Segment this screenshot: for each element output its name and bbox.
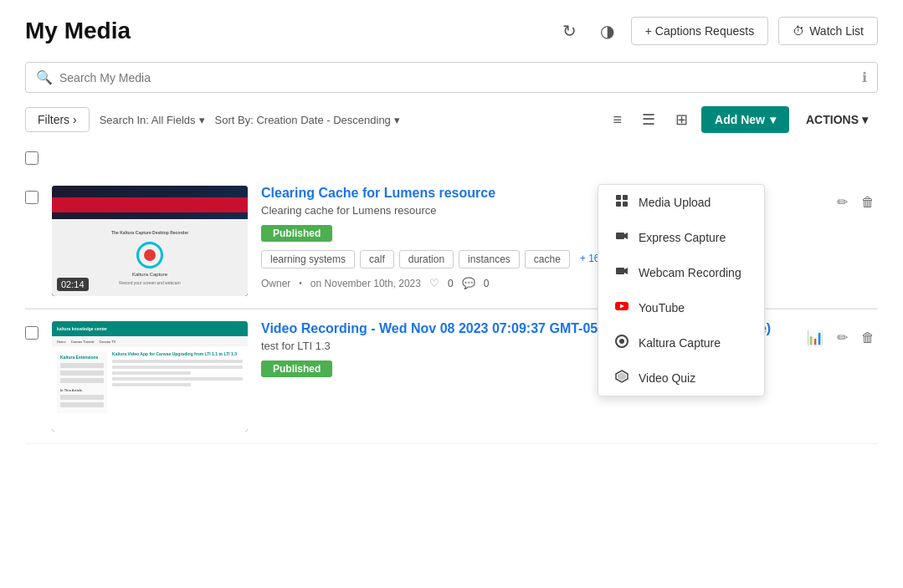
- item1-edit-button[interactable]: ✏: [834, 191, 851, 213]
- webcam-recording-icon: [613, 264, 630, 281]
- item1-comments: 0: [484, 278, 490, 289]
- item1-likes: 0: [448, 278, 454, 289]
- search-bar: 🔍 ℹ: [25, 62, 878, 93]
- item2-thumbnail[interactable]: kaltura knowledge center Home Canvas Tut…: [52, 321, 248, 432]
- item1-thumbnail[interactable]: The Kaltura Capture Desktop Recorder Kal…: [52, 186, 248, 296]
- view-grid-icon: ⊞: [675, 111, 688, 128]
- video-quiz-label: Video Quiz: [639, 371, 695, 385]
- actions-arrow: ▾: [862, 113, 868, 126]
- media-upload-label: Media Upload: [639, 196, 711, 209]
- captions-requests-button[interactable]: + Captions Requests: [631, 17, 768, 45]
- filters-button[interactable]: Filters ›: [25, 107, 90, 132]
- item1-date: on November 10th, 2023: [310, 278, 421, 289]
- svg-rect-4: [616, 233, 624, 239]
- search-icon: 🔍: [36, 69, 53, 85]
- page-title: My Media: [25, 18, 131, 44]
- dropdown-item-media-upload[interactable]: Media Upload: [598, 185, 764, 220]
- item2-edit-button[interactable]: ✏: [834, 326, 851, 349]
- search-in-select[interactable]: Search In: All Fields ▾: [100, 114, 205, 126]
- info-icon[interactable]: ℹ: [862, 69, 867, 85]
- svg-point-11: [619, 339, 624, 344]
- express-capture-label: Express Capture: [639, 231, 726, 244]
- webcam-recording-label: Webcam Recording: [639, 266, 741, 279]
- svg-rect-1: [623, 195, 628, 200]
- filters-arrow: ›: [73, 113, 77, 126]
- tag-cache[interactable]: cache: [525, 250, 570, 268]
- view-list-button[interactable]: ☰: [635, 107, 662, 132]
- item2-checkbox[interactable]: [25, 326, 38, 340]
- toolbar-left: Filters › Search In: All Fields ▾ Sort B…: [25, 107, 400, 132]
- like-icon: ♡: [429, 277, 439, 289]
- svg-marker-5: [624, 233, 628, 239]
- media-upload-icon: [613, 194, 630, 211]
- actions-button[interactable]: ACTIONS ▾: [796, 106, 878, 133]
- actions-label: ACTIONS: [806, 113, 859, 126]
- add-new-arrow: ▾: [770, 113, 776, 126]
- svg-rect-3: [623, 202, 628, 207]
- item1-status: Published: [261, 225, 332, 242]
- express-capture-icon: [613, 229, 630, 246]
- dropdown-item-kaltura-capture[interactable]: Kaltura Capture: [598, 325, 764, 360]
- add-new-dropdown: Media Upload Express Capture Webcam Reco…: [598, 184, 765, 396]
- item2-status: Published: [261, 360, 332, 377]
- item1-owner: Owner: [261, 278, 290, 289]
- item1-checkbox[interactable]: [25, 191, 38, 204]
- watchlist-label: Watch List: [809, 24, 864, 38]
- view-compact-icon: ≡: [613, 111, 623, 128]
- page-wrapper: My Media ↻ ◑ + Captions Requests ⏱ Watch…: [0, 0, 903, 588]
- item1-actions: ✏ 🗑: [834, 191, 878, 213]
- select-all-checkbox[interactable]: [25, 151, 38, 165]
- view-compact-button[interactable]: ≡: [607, 108, 629, 132]
- svg-rect-2: [616, 202, 621, 207]
- refresh-icon: ↻: [562, 22, 577, 40]
- tag-duration[interactable]: duration: [399, 250, 454, 268]
- view-list-icon: ☰: [642, 111, 655, 128]
- filters-label: Filters: [38, 113, 69, 126]
- dropdown-item-youtube[interactable]: YouTube: [598, 290, 764, 325]
- captions-requests-label: + Captions Requests: [645, 24, 754, 38]
- dropdown-item-video-quiz[interactable]: Video Quiz: [598, 360, 764, 396]
- tag-instances[interactable]: instances: [459, 250, 520, 268]
- toolbar-right: ≡ ☰ ⊞ Add New ▾ ACTIONS ▾: [607, 106, 878, 133]
- tag-learning-systems[interactable]: learning systems: [261, 250, 355, 268]
- header: My Media ↻ ◑ + Captions Requests ⏱ Watch…: [25, 17, 878, 45]
- toolbar: Filters › Search In: All Fields ▾ Sort B…: [25, 106, 878, 133]
- dropdown-item-webcam-recording[interactable]: Webcam Recording: [598, 255, 764, 290]
- contrast-icon: ◑: [600, 22, 614, 40]
- contrast-button[interactable]: ◑: [593, 18, 621, 44]
- header-actions: ↻ ◑ + Captions Requests ⏱ Watch List: [556, 17, 878, 45]
- tag-calf[interactable]: calf: [360, 250, 394, 268]
- sort-select[interactable]: Sort By: Creation Date - Descending ▾: [215, 114, 400, 126]
- search-in-label: Search In: All Fields: [100, 114, 196, 126]
- add-new-label: Add New: [715, 113, 765, 126]
- svg-marker-13: [618, 372, 626, 381]
- kaltura-capture-label: Kaltura Capture: [639, 336, 721, 350]
- item2-actions: 📊 ✏ 🗑: [803, 326, 878, 349]
- item2-analytics-button[interactable]: 📊: [803, 326, 827, 349]
- sort-label: Sort By: Creation Date - Descending: [215, 114, 391, 126]
- search-input[interactable]: [59, 71, 862, 84]
- clock-icon: ⏱: [793, 24, 804, 38]
- svg-rect-6: [616, 268, 624, 274]
- add-new-button[interactable]: Add New ▾: [701, 106, 789, 133]
- refresh-button[interactable]: ↻: [556, 18, 583, 44]
- item1-duration: 02:14: [57, 278, 89, 291]
- item2-delete-button[interactable]: 🗑: [858, 327, 878, 349]
- watchlist-button[interactable]: ⏱ Watch List: [778, 17, 878, 45]
- video-quiz-icon: [613, 370, 630, 386]
- sort-arrow: ▾: [394, 114, 400, 126]
- dropdown-item-express-capture[interactable]: Express Capture: [598, 220, 764, 255]
- comment-icon: 💬: [462, 277, 475, 289]
- youtube-icon: [613, 299, 630, 316]
- kaltura-capture-icon: [613, 335, 630, 351]
- search-in-arrow: ▾: [199, 114, 205, 126]
- svg-marker-7: [624, 268, 628, 274]
- item1-delete-button[interactable]: 🗑: [858, 192, 878, 213]
- view-grid-button[interactable]: ⊞: [669, 107, 695, 132]
- youtube-label: YouTube: [639, 301, 685, 314]
- svg-rect-0: [616, 195, 621, 200]
